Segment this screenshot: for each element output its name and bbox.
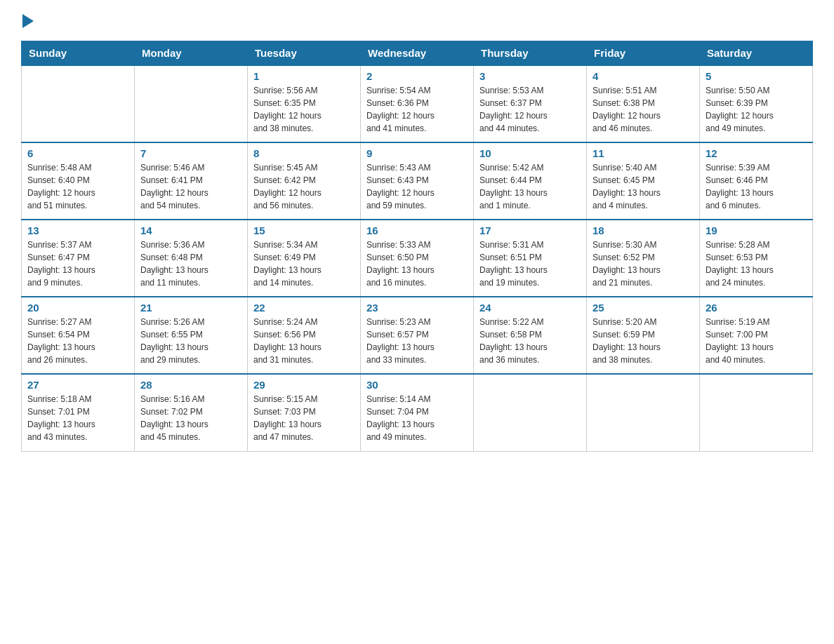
day-number: 11 — [593, 147, 694, 159]
day-info: Sunrise: 5:54 AM Sunset: 6:36 PM Dayligh… — [366, 84, 468, 135]
calendar-cell: 1Sunrise: 5:56 AM Sunset: 6:35 PM Daylig… — [248, 65, 361, 142]
day-number: 29 — [253, 379, 355, 391]
calendar-week-4: 20Sunrise: 5:27 AM Sunset: 6:54 PM Dayli… — [22, 297, 813, 374]
logo — [21, 14, 34, 27]
calendar-cell: 28Sunrise: 5:16 AM Sunset: 7:02 PM Dayli… — [135, 374, 248, 451]
calendar-cell: 18Sunrise: 5:30 AM Sunset: 6:52 PM Dayli… — [587, 220, 700, 297]
day-number: 6 — [27, 147, 128, 159]
calendar-cell: 30Sunrise: 5:14 AM Sunset: 7:04 PM Dayli… — [361, 374, 474, 451]
day-number: 18 — [593, 224, 694, 236]
calendar-cell — [22, 65, 135, 142]
calendar-cell: 15Sunrise: 5:34 AM Sunset: 6:49 PM Dayli… — [248, 220, 361, 297]
day-number: 3 — [479, 70, 581, 82]
calendar-cell: 9Sunrise: 5:43 AM Sunset: 6:43 PM Daylig… — [361, 142, 474, 220]
day-info: Sunrise: 5:46 AM Sunset: 6:41 PM Dayligh… — [140, 161, 241, 212]
day-info: Sunrise: 5:28 AM Sunset: 6:53 PM Dayligh… — [706, 239, 807, 289]
calendar-cell — [587, 374, 700, 451]
day-info: Sunrise: 5:23 AM Sunset: 6:57 PM Dayligh… — [366, 316, 468, 366]
day-number: 8 — [253, 147, 355, 159]
calendar-cell: 21Sunrise: 5:26 AM Sunset: 6:55 PM Dayli… — [135, 297, 248, 374]
day-info: Sunrise: 5:14 AM Sunset: 7:04 PM Dayligh… — [366, 393, 468, 443]
day-info: Sunrise: 5:34 AM Sunset: 6:49 PM Dayligh… — [253, 239, 355, 289]
header-wednesday: Wednesday — [361, 41, 474, 66]
day-number: 17 — [479, 224, 581, 236]
calendar-cell: 13Sunrise: 5:37 AM Sunset: 6:47 PM Dayli… — [22, 220, 135, 297]
day-info: Sunrise: 5:27 AM Sunset: 6:54 PM Dayligh… — [27, 316, 128, 366]
day-number: 15 — [253, 224, 355, 236]
calendar-cell: 5Sunrise: 5:50 AM Sunset: 6:39 PM Daylig… — [700, 65, 813, 142]
day-number: 1 — [253, 70, 355, 82]
day-info: Sunrise: 5:40 AM Sunset: 6:45 PM Dayligh… — [593, 161, 694, 212]
day-number: 22 — [253, 302, 355, 314]
header-sunday: Sunday — [22, 41, 135, 66]
calendar-cell: 10Sunrise: 5:42 AM Sunset: 6:44 PM Dayli… — [474, 142, 587, 220]
day-info: Sunrise: 5:50 AM Sunset: 6:39 PM Dayligh… — [706, 84, 807, 135]
day-number: 5 — [706, 70, 807, 82]
day-number: 30 — [366, 379, 468, 391]
calendar-cell: 22Sunrise: 5:24 AM Sunset: 6:56 PM Dayli… — [248, 297, 361, 374]
calendar-week-3: 13Sunrise: 5:37 AM Sunset: 6:47 PM Dayli… — [22, 220, 813, 297]
calendar-cell — [474, 374, 587, 451]
day-info: Sunrise: 5:48 AM Sunset: 6:40 PM Dayligh… — [27, 161, 128, 212]
calendar-week-1: 1Sunrise: 5:56 AM Sunset: 6:35 PM Daylig… — [22, 65, 813, 142]
header-saturday: Saturday — [700, 41, 813, 66]
calendar-cell — [700, 374, 813, 451]
day-info: Sunrise: 5:24 AM Sunset: 6:56 PM Dayligh… — [253, 316, 355, 366]
calendar-cell: 14Sunrise: 5:36 AM Sunset: 6:48 PM Dayli… — [135, 220, 248, 297]
day-number: 12 — [706, 147, 807, 159]
header-monday: Monday — [135, 41, 248, 66]
day-info: Sunrise: 5:19 AM Sunset: 7:00 PM Dayligh… — [706, 316, 807, 366]
day-info: Sunrise: 5:30 AM Sunset: 6:52 PM Dayligh… — [593, 239, 694, 289]
day-number: 9 — [366, 147, 468, 159]
calendar-cell: 25Sunrise: 5:20 AM Sunset: 6:59 PM Dayli… — [587, 297, 700, 374]
day-info: Sunrise: 5:43 AM Sunset: 6:43 PM Dayligh… — [366, 161, 468, 212]
day-info: Sunrise: 5:26 AM Sunset: 6:55 PM Dayligh… — [140, 316, 241, 366]
day-number: 23 — [366, 302, 468, 314]
day-number: 21 — [140, 302, 241, 314]
calendar-cell: 3Sunrise: 5:53 AM Sunset: 6:37 PM Daylig… — [474, 65, 587, 142]
header-friday: Friday — [587, 41, 700, 66]
calendar-cell: 29Sunrise: 5:15 AM Sunset: 7:03 PM Dayli… — [248, 374, 361, 451]
day-number: 24 — [479, 302, 581, 314]
calendar-cell: 11Sunrise: 5:40 AM Sunset: 6:45 PM Dayli… — [587, 142, 700, 220]
day-number: 10 — [479, 147, 581, 159]
day-number: 13 — [27, 224, 128, 236]
day-info: Sunrise: 5:36 AM Sunset: 6:48 PM Dayligh… — [140, 239, 241, 289]
calendar-cell — [135, 65, 248, 142]
day-info: Sunrise: 5:18 AM Sunset: 7:01 PM Dayligh… — [27, 393, 128, 443]
calendar-cell: 7Sunrise: 5:46 AM Sunset: 6:41 PM Daylig… — [135, 142, 248, 220]
day-info: Sunrise: 5:15 AM Sunset: 7:03 PM Dayligh… — [253, 393, 355, 443]
calendar-cell: 4Sunrise: 5:51 AM Sunset: 6:38 PM Daylig… — [587, 65, 700, 142]
calendar-cell: 24Sunrise: 5:22 AM Sunset: 6:58 PM Dayli… — [474, 297, 587, 374]
page-header — [21, 14, 813, 27]
calendar-cell: 16Sunrise: 5:33 AM Sunset: 6:50 PM Dayli… — [361, 220, 474, 297]
day-number: 19 — [706, 224, 807, 236]
calendar-week-2: 6Sunrise: 5:48 AM Sunset: 6:40 PM Daylig… — [22, 142, 813, 220]
day-info: Sunrise: 5:56 AM Sunset: 6:35 PM Dayligh… — [253, 84, 355, 135]
day-number: 25 — [593, 302, 694, 314]
logo-arrow-icon — [22, 14, 34, 28]
day-info: Sunrise: 5:22 AM Sunset: 6:58 PM Dayligh… — [479, 316, 581, 366]
calendar-cell: 19Sunrise: 5:28 AM Sunset: 6:53 PM Dayli… — [700, 220, 813, 297]
day-info: Sunrise: 5:16 AM Sunset: 7:02 PM Dayligh… — [140, 393, 241, 443]
day-number: 4 — [593, 70, 694, 82]
day-info: Sunrise: 5:31 AM Sunset: 6:51 PM Dayligh… — [479, 239, 581, 289]
header-thursday: Thursday — [474, 41, 587, 66]
calendar-cell: 17Sunrise: 5:31 AM Sunset: 6:51 PM Dayli… — [474, 220, 587, 297]
calendar-header-row: SundayMondayTuesdayWednesdayThursdayFrid… — [22, 41, 813, 66]
calendar-cell: 12Sunrise: 5:39 AM Sunset: 6:46 PM Dayli… — [700, 142, 813, 220]
day-info: Sunrise: 5:37 AM Sunset: 6:47 PM Dayligh… — [27, 239, 128, 289]
calendar-cell: 23Sunrise: 5:23 AM Sunset: 6:57 PM Dayli… — [361, 297, 474, 374]
day-info: Sunrise: 5:51 AM Sunset: 6:38 PM Dayligh… — [593, 84, 694, 135]
calendar-week-5: 27Sunrise: 5:18 AM Sunset: 7:01 PM Dayli… — [22, 374, 813, 451]
day-number: 2 — [366, 70, 468, 82]
header-tuesday: Tuesday — [248, 41, 361, 66]
day-info: Sunrise: 5:20 AM Sunset: 6:59 PM Dayligh… — [593, 316, 694, 366]
calendar-cell: 8Sunrise: 5:45 AM Sunset: 6:42 PM Daylig… — [248, 142, 361, 220]
day-number: 27 — [27, 379, 128, 391]
calendar-cell: 26Sunrise: 5:19 AM Sunset: 7:00 PM Dayli… — [700, 297, 813, 374]
day-info: Sunrise: 5:45 AM Sunset: 6:42 PM Dayligh… — [253, 161, 355, 212]
day-number: 28 — [140, 379, 241, 391]
day-info: Sunrise: 5:53 AM Sunset: 6:37 PM Dayligh… — [479, 84, 581, 135]
day-info: Sunrise: 5:42 AM Sunset: 6:44 PM Dayligh… — [479, 161, 581, 212]
